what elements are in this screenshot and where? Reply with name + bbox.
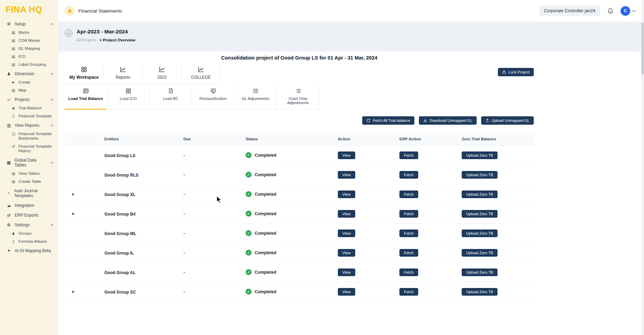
sidebar-item-trial-balance[interactable]: ◈ Trial Balance: [3, 104, 55, 112]
sidebar-item-coa-master[interactable]: ▤ COA Master: [3, 37, 55, 45]
sidebar-item-erp-exports[interactable]: ⇄ ERP Exports: [3, 211, 55, 220]
user-role-pill[interactable]: Corporate Controller jan24: [539, 6, 600, 16]
upload-zero-tb-button[interactable]: Upload Zero TB: [462, 288, 498, 296]
upload-unmapped-gl-button[interactable]: Upload Unmapped GL: [481, 116, 534, 125]
view-button[interactable]: View: [338, 249, 355, 257]
sidebar-item-view-tables[interactable]: ▤ View Tables: [3, 170, 55, 178]
entity-name: Good Group XL: [104, 192, 135, 197]
breadcrumb-all-projects[interactable]: All Projects: [77, 38, 97, 42]
sidebar-item-ai-gl-mapping-beta[interactable]: ✦ AI Gl Mapping Beta: [3, 246, 55, 255]
tab-my-workspace[interactable]: My Workspace: [65, 63, 104, 84]
sidebar-item-create[interactable]: ► Create: [3, 78, 55, 86]
fetch-button[interactable]: Fetch: [399, 229, 418, 237]
column-header: ERP Action: [399, 137, 462, 141]
sidebar-item-ico[interactable]: ▤ ICO: [3, 53, 55, 61]
fetch-button[interactable]: Fetch: [399, 210, 418, 218]
sidebar-item-auto-journal-templates[interactable]: ◔ Auto Journal Templates: [3, 186, 55, 200]
home-button[interactable]: [64, 6, 75, 16]
gear-icon: ⚙: [6, 223, 11, 227]
table-row: Good Group IL - ✓Completed View Fetch Up…: [65, 243, 534, 263]
sidebar-item-map[interactable]: ▤ Map: [3, 86, 55, 94]
sidebar-item-financial-template-bookmarks[interactable]: ❏ Financial Template Bookmarks: [3, 130, 55, 142]
view-button[interactable]: View: [338, 268, 355, 276]
upload-zero-tb-button[interactable]: Upload Zero TB: [462, 171, 498, 179]
tab-load-trial-balance[interactable]: Load Trial Balance: [65, 84, 107, 109]
tab-geo[interactable]: GEO: [143, 63, 182, 84]
user-menu[interactable]: C: [621, 6, 635, 16]
sidebar-item-groups[interactable]: ♟ Groups: [3, 229, 55, 237]
upload-zero-tb-button[interactable]: Upload Zero TB: [462, 190, 498, 198]
column-header: Due: [183, 137, 246, 141]
sidebar-item-settings[interactable]: ⚙ Settings: [3, 220, 55, 229]
sidebar-item-label: Setup: [15, 22, 25, 26]
view-button[interactable]: View: [338, 151, 355, 159]
sidebar-item-label: Formula Aliases: [18, 239, 47, 244]
chart-icon: ▥: [6, 123, 11, 128]
tab-reclassification[interactable]: Reclassification: [192, 84, 234, 109]
page-scrollbar[interactable]: [641, 0, 644, 335]
fetch-button[interactable]: Fetch: [399, 249, 418, 257]
notifications-button[interactable]: [607, 8, 614, 14]
sidebar-item-dimension[interactable]: ♟ Dimension: [3, 69, 55, 78]
tab-reports[interactable]: Reports: [104, 63, 143, 84]
view-button[interactable]: View: [338, 190, 355, 198]
sidebar-item-label: Map: [18, 88, 26, 93]
tab-gl-adjustments[interactable]: GL Adjustments: [234, 84, 277, 109]
sidebar-item-formula-aliases[interactable]: ▯ Formula Aliases: [3, 237, 55, 246]
sidebar-item-label-grouping[interactable]: ▤ Label Grouping: [3, 61, 55, 69]
fetch-button[interactable]: Fetch: [399, 190, 418, 198]
tab-load-bc[interactable]: Load BC: [150, 84, 192, 109]
sidebar-item-gl-mapping[interactable]: ▤ GL Mapping: [3, 45, 55, 53]
tab-load-ico[interactable]: Load ICO: [107, 84, 150, 109]
sidebar-item-integration[interactable]: ☁ Integration: [3, 201, 55, 210]
upload-zero-tb-button[interactable]: Upload Zero TB: [462, 249, 498, 257]
sidebar-item-financial-template[interactable]: ▯ Financial Template: [3, 112, 55, 120]
lock-project-button[interactable]: Lock Project: [498, 68, 534, 76]
entity-name: Good Group SC: [104, 290, 136, 295]
sidebar-item-setup[interactable]: ⚙ Setup: [3, 20, 55, 29]
upload-zero-tb-button[interactable]: Upload Zero TB: [462, 268, 498, 276]
upload-zero-tb-button[interactable]: Upload Zero TB: [462, 151, 498, 159]
column-header: Entities: [65, 137, 183, 141]
breadcrumb-current-label: Project Overview: [103, 38, 135, 42]
scrollbar-thumb[interactable]: [642, 22, 644, 75]
back-arrow-icon: ←: [66, 31, 71, 36]
upload-zero-tb-button[interactable]: Upload Zero TB: [462, 210, 498, 218]
view-button[interactable]: View: [338, 210, 355, 218]
sidebar-item-projects[interactable]: ▱ Projects: [3, 95, 55, 104]
expand-caret-icon[interactable]: [72, 193, 74, 196]
expand-caret-icon[interactable]: [72, 290, 74, 293]
back-button[interactable]: ←: [65, 29, 72, 37]
view-button[interactable]: View: [338, 171, 355, 179]
sidebar-item-financial-template-history[interactable]: ↺ Financial Template History: [3, 142, 55, 155]
view-button[interactable]: View: [338, 229, 355, 237]
tab-college[interactable]: COLLEGE: [182, 63, 221, 84]
entities-table: Entities Due Status Action ERP Action Ze…: [65, 132, 534, 302]
download-icon: [423, 118, 427, 123]
grid-icon: [81, 66, 87, 73]
sidebar-item-view-reports[interactable]: ▥ View Reports: [3, 121, 55, 130]
expand-caret-icon[interactable]: [72, 212, 74, 215]
sidebar-item-label: Projects: [15, 97, 30, 102]
table-row: Good Group B4 - ✓Completed View Fetch Up…: [65, 204, 534, 224]
clock-icon: ◔: [6, 191, 11, 196]
sidebar-item-matrix[interactable]: ▤ Matrix: [3, 29, 55, 37]
view-button[interactable]: View: [338, 288, 355, 296]
person-icon: ♟: [6, 71, 11, 76]
status-cell: ✓Completed: [246, 269, 338, 275]
tab-cash-flow-adjustments[interactable]: Cash Flow Adjustments: [277, 84, 319, 109]
fetch-button[interactable]: Fetch: [399, 171, 418, 179]
fetch-button[interactable]: Fetch: [399, 288, 418, 296]
sidebar-item-create-table[interactable]: ▤ Create Table: [3, 178, 55, 186]
download-unmapped-gl-button[interactable]: Download Unmapped GL: [419, 116, 477, 125]
upload-zero-tb-button[interactable]: Upload Zero TB: [462, 229, 498, 237]
fetch-all-trial-balance-button[interactable]: Fetch All Trial balance: [362, 116, 414, 125]
stack-icon: ▤: [11, 30, 16, 35]
sidebar-item-global-data-tables[interactable]: ▦ Global Data Tables: [3, 156, 55, 170]
column-header: Status: [246, 137, 338, 141]
table-icon: ▦: [6, 160, 11, 165]
fetch-button[interactable]: Fetch: [399, 268, 418, 276]
avatar[interactable]: C: [621, 6, 630, 16]
app-logo[interactable]: FINA HQ: [0, 0, 58, 18]
fetch-button[interactable]: Fetch: [399, 151, 418, 159]
